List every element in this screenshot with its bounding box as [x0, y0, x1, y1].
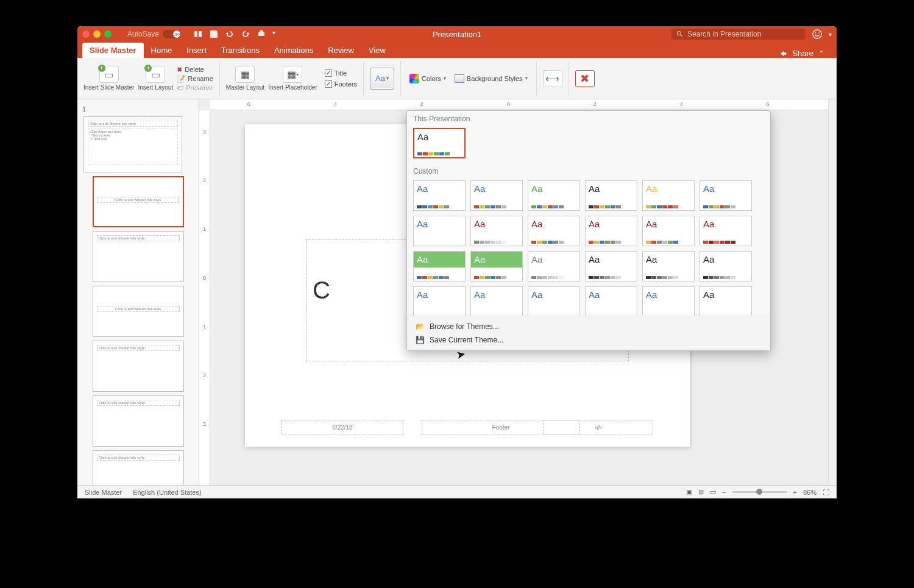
- layout-thumbnail[interactable]: Click to edit Master title style: [93, 231, 184, 282]
- zoom-level[interactable]: 86%: [803, 489, 817, 496]
- layout-thumbnail[interactable]: Click to edit Master title style: [93, 395, 184, 447]
- tab-transitions[interactable]: Transitions: [214, 43, 267, 58]
- theme-thumbnail[interactable]: Aa: [413, 180, 466, 211]
- tab-home[interactable]: Home: [144, 43, 180, 58]
- zoom-slider[interactable]: [732, 491, 787, 493]
- save-icon[interactable]: [209, 29, 219, 39]
- vertical-scrollbar[interactable]: [828, 99, 837, 485]
- window-close-button[interactable]: [82, 30, 90, 38]
- theme-thumbnail[interactable]: Aa: [470, 251, 523, 282]
- redo-icon[interactable]: [241, 29, 250, 39]
- theme-thumbnail[interactable]: Aa: [528, 251, 580, 282]
- save-current-theme-item[interactable]: 💾 Save Current Theme...: [407, 333, 770, 347]
- account-icon[interactable]: [812, 29, 823, 40]
- theme-thumbnail[interactable]: Aa: [413, 128, 466, 158]
- theme-thumbnail[interactable]: Aa: [528, 216, 580, 246]
- zoom-out-icon[interactable]: −: [722, 489, 726, 496]
- themes-dropdown-button[interactable]: Aa▾: [370, 68, 394, 90]
- status-language[interactable]: English (United States): [133, 489, 202, 496]
- theme-thumbnail[interactable]: Aa: [470, 216, 523, 246]
- theme-thumbnail[interactable]: Aa: [585, 286, 637, 316]
- tab-animations[interactable]: Animations: [267, 43, 321, 58]
- ribbon-tabs: Slide Master Home Insert Transitions Ani…: [77, 42, 837, 58]
- rename-button[interactable]: 📝Rename: [177, 75, 213, 83]
- layout-thumbnail[interactable]: Click to edit Master title style: [93, 450, 184, 485]
- insert-layout-button[interactable]: +▭ Insert Layout: [138, 66, 173, 91]
- slide-size-button[interactable]: ⟷: [543, 70, 562, 87]
- insert-placeholder-button[interactable]: ▦▾ Insert Placeholder: [268, 66, 317, 91]
- layout-thumbnail[interactable]: Click to edit Master title style: [93, 341, 184, 392]
- theme-thumbnail[interactable]: Aa: [642, 180, 695, 211]
- layout-thumbnail[interactable]: Click to edit Master title style: [93, 286, 184, 337]
- section-custom: Custom: [407, 163, 770, 178]
- preserve-button[interactable]: 🏷Preserve: [177, 84, 213, 91]
- print-icon[interactable]: [257, 29, 266, 39]
- insert-slide-master-button[interactable]: +▭ Insert Slide Master: [83, 66, 134, 91]
- footers-checkbox[interactable]: ✓Footers: [325, 80, 357, 88]
- theme-thumbnail[interactable]: Aa: [700, 251, 752, 282]
- background-styles-dropdown[interactable]: Background Styles▾: [452, 73, 530, 84]
- undo-icon[interactable]: [225, 29, 235, 39]
- horizontal-ruler: 6420246: [210, 99, 828, 110]
- theme-thumbnail[interactable]: Aa: [642, 286, 695, 316]
- view-reading-icon[interactable]: ▭: [710, 488, 716, 496]
- theme-aa-label: Aa: [646, 183, 691, 194]
- theme-swatch: [703, 276, 748, 279]
- master-layout-button[interactable]: ▦ Master Layout: [226, 66, 264, 91]
- view-normal-icon[interactable]: ▣: [686, 488, 692, 496]
- theme-thumbnail[interactable]: Aa: [528, 180, 580, 211]
- theme-swatch: [589, 241, 634, 244]
- slide-thumbnails-panel[interactable]: 1 Click to edit Master title style • Edi…: [77, 99, 199, 485]
- ribbon-collapse-icon[interactable]: ⌃: [818, 49, 824, 58]
- browse-themes-item[interactable]: 📂 Browse for Themes...: [407, 320, 770, 333]
- tab-insert[interactable]: Insert: [179, 43, 214, 58]
- colors-dropdown[interactable]: Colors▾: [407, 73, 448, 85]
- account-dropdown-icon[interactable]: ▾: [829, 31, 832, 38]
- theme-thumbnail[interactable]: Aa: [585, 180, 637, 211]
- zoom-in-icon[interactable]: +: [793, 489, 797, 496]
- fit-to-window-icon[interactable]: ⛶: [823, 489, 829, 496]
- share-icon[interactable]: [779, 49, 787, 58]
- theme-thumbnail[interactable]: Aa: [470, 180, 523, 211]
- theme-thumbnail[interactable]: Aa: [413, 251, 466, 282]
- view-sorter-icon[interactable]: ⊞: [698, 488, 704, 496]
- theme-thumbnail[interactable]: Aa: [700, 216, 752, 246]
- theme-thumbnail[interactable]: Aa: [700, 286, 752, 316]
- tab-slide-master[interactable]: Slide Master: [82, 43, 144, 58]
- delete-button[interactable]: ✖Delete: [177, 66, 213, 74]
- theme-thumbnail[interactable]: Aa: [585, 251, 637, 282]
- footer-date-placeholder[interactable]: 6/22/18: [282, 420, 403, 434]
- theme-thumbnail[interactable]: Aa: [585, 216, 637, 246]
- master-thumbnail[interactable]: Click to edit Master title style • Edit …: [83, 116, 182, 172]
- theme-thumbnail[interactable]: Aa: [642, 216, 695, 246]
- svg-rect-2: [258, 32, 264, 36]
- search-box[interactable]: Search in Presentation: [671, 29, 806, 40]
- theme-thumbnail[interactable]: Aa: [413, 216, 466, 246]
- autosave-control[interactable]: AutoSave OFF: [127, 30, 181, 38]
- theme-thumbnail[interactable]: Aa: [528, 286, 580, 316]
- home-icon[interactable]: [193, 29, 203, 39]
- background-icon: [455, 74, 464, 83]
- autosave-toggle[interactable]: OFF: [163, 30, 181, 38]
- tab-view[interactable]: View: [361, 43, 393, 58]
- tab-review[interactable]: Review: [321, 43, 361, 58]
- theme-thumbnail[interactable]: Aa: [413, 286, 466, 316]
- theme-aa-label: Aa: [474, 183, 519, 194]
- footer-number-placeholder[interactable]: ‹#›: [544, 420, 653, 434]
- share-label[interactable]: Share: [792, 49, 813, 58]
- status-view-label: Slide Master: [85, 489, 122, 496]
- theme-thumbnail[interactable]: Aa: [700, 180, 752, 211]
- layout-thumbnail[interactable]: Click to edit Master title style: [93, 176, 184, 227]
- qat-dropdown-icon[interactable]: ▾: [272, 29, 275, 39]
- theme-thumbnail[interactable]: Aa: [642, 251, 695, 282]
- close-master-button[interactable]: ✖: [575, 70, 595, 87]
- window-minimize-button[interactable]: [93, 30, 101, 38]
- title-checkbox[interactable]: ✓Title: [325, 69, 357, 77]
- theme-aa-label: Aa: [531, 183, 576, 194]
- autosave-label: AutoSave: [127, 30, 159, 38]
- svg-rect-3: [260, 30, 263, 32]
- body-text: C: [313, 277, 330, 304]
- theme-aa-label: Aa: [531, 219, 576, 229]
- theme-thumbnail[interactable]: Aa: [470, 286, 523, 316]
- window-maximize-button[interactable]: [104, 30, 112, 38]
